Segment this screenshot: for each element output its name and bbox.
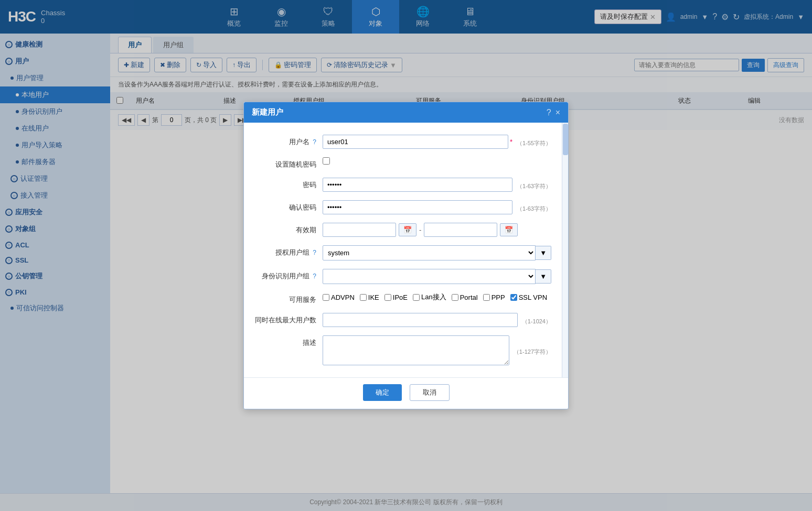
username-label: 用户名 ? <box>254 135 323 147</box>
ipoe-label: IPoE <box>393 293 408 301</box>
max-users-hint: （1-1024） <box>522 315 551 325</box>
id-group-help-icon[interactable]: ? <box>313 273 316 280</box>
random-pwd-row: 设置随机密码 <box>254 153 551 173</box>
validity-from-input[interactable] <box>323 223 396 237</box>
max-users-input[interactable] <box>323 313 518 327</box>
modal-help-icon[interactable]: ? <box>547 108 551 117</box>
username-input[interactable] <box>323 135 508 149</box>
max-users-label: 同时在线最大用户数 <box>254 313 323 325</box>
id-group-row: 身份识别用户组 ? ▼ <box>254 265 551 288</box>
portal-checkbox[interactable] <box>452 294 458 301</box>
confirm-pwd-label: 确认密码 <box>254 200 323 212</box>
lan-checkbox[interactable] <box>413 294 420 301</box>
username-row: 用户名 ? * （1-55字符） <box>254 131 551 153</box>
confirm-pwd-input[interactable] <box>323 200 512 214</box>
random-pwd-checkbox[interactable] <box>323 157 330 165</box>
password-input[interactable] <box>323 178 512 192</box>
sslvpn-label: SSL VPN <box>519 293 547 301</box>
modal-footer: 确定 取消 <box>244 377 568 409</box>
ppp-label: PPP <box>492 293 505 301</box>
service-advpn[interactable]: ADVPN <box>323 293 355 301</box>
desc-textarea[interactable] <box>323 335 509 365</box>
validity-to-input[interactable] <box>424 223 497 237</box>
ppp-checkbox[interactable] <box>483 294 490 301</box>
services-row: 可用服务 ADVPN IKE <box>254 288 551 309</box>
ipoe-checkbox[interactable] <box>384 294 391 301</box>
portal-label: Portal <box>460 293 478 301</box>
auth-group-control: system ▼ <box>323 245 551 260</box>
password-hint: （1-63字符） <box>517 180 551 190</box>
cancel-btn[interactable]: 取消 <box>410 384 450 401</box>
advpn-label: ADVPN <box>331 293 355 301</box>
services-list: ADVPN IKE IPoE <box>323 292 551 302</box>
validity-label: 有效期 <box>254 223 323 235</box>
sslvpn-checkbox[interactable] <box>510 294 517 301</box>
advpn-checkbox[interactable] <box>323 294 329 301</box>
modal-body-wrapper: 用户名 ? * （1-55字符） 设置随机密码 <box>244 123 568 377</box>
services-control: ADVPN IKE IPoE <box>323 292 551 302</box>
id-group-arrow-btn[interactable]: ▼ <box>536 269 551 284</box>
auth-group-arrow-btn[interactable]: ▼ <box>536 246 551 260</box>
random-pwd-control <box>323 157 551 166</box>
password-label: 密码 <box>254 178 323 190</box>
services-label: 可用服务 <box>254 292 323 305</box>
id-group-control: ▼ <box>323 269 551 284</box>
id-group-label: 身份识别用户组 ? <box>254 269 323 281</box>
scrollbar-thumb[interactable] <box>563 124 568 155</box>
modal-header: 新建用户 ? × <box>244 102 568 123</box>
auth-group-select[interactable]: system <box>323 245 536 260</box>
date-sep: - <box>419 226 421 234</box>
confirm-btn[interactable]: 确定 <box>363 384 402 401</box>
confirm-pwd-control: （1-63字符） <box>323 200 551 214</box>
confirm-pwd-hint: （1-63字符） <box>517 202 551 213</box>
modal-scrollbar[interactable] <box>562 123 568 377</box>
desc-row: 描述 （1-127字符） <box>254 331 551 369</box>
auth-group-row: 授权用户组 ? system ▼ <box>254 241 551 265</box>
auth-group-label: 授权用户组 ? <box>254 245 323 257</box>
service-ike[interactable]: IKE <box>360 293 379 301</box>
service-sslvpn[interactable]: SSL VPN <box>510 293 547 301</box>
username-control: * （1-55字符） <box>323 135 551 149</box>
modal-body: 用户名 ? * （1-55字符） 设置随机密码 <box>244 123 568 377</box>
auth-group-help-icon[interactable]: ? <box>313 249 316 256</box>
password-row: 密码 （1-63字符） <box>254 173 551 196</box>
username-help-icon[interactable]: ? <box>313 138 316 146</box>
desc-label: 描述 <box>254 335 323 347</box>
new-user-modal: 新建用户 ? × 用户名 ? * <box>243 102 569 409</box>
random-pwd-label: 设置随机密码 <box>254 157 323 169</box>
service-ipoe[interactable]: IPoE <box>384 293 408 301</box>
validity-control: 📅 - 📅 <box>323 223 551 237</box>
validity-to-cal-btn[interactable]: 📅 <box>500 223 518 236</box>
modal-title: 新建用户 <box>252 107 283 117</box>
service-lan[interactable]: Lan接入 <box>413 292 446 302</box>
modal-close-icon[interactable]: × <box>555 108 560 117</box>
validity-from-cal-btn[interactable]: 📅 <box>399 223 416 236</box>
modal-overlay: 新建用户 ? × 用户名 ? * <box>0 0 812 511</box>
max-users-control: （1-1024） <box>323 313 551 327</box>
service-ppp[interactable]: PPP <box>483 293 505 301</box>
id-group-select[interactable] <box>323 269 536 284</box>
desc-control: （1-127字符） <box>323 335 551 365</box>
lan-label: Lan接入 <box>421 292 446 302</box>
validity-row: 有效期 📅 - 📅 <box>254 219 551 241</box>
password-control: （1-63字符） <box>323 178 551 192</box>
username-hint: （1-55字符） <box>517 137 551 147</box>
ike-checkbox[interactable] <box>360 294 367 301</box>
max-users-row: 同时在线最大用户数 （1-1024） <box>254 309 551 331</box>
modal-header-icons: ? × <box>547 108 560 117</box>
confirm-pwd-row: 确认密码 （1-63字符） <box>254 196 551 219</box>
desc-hint: （1-127字符） <box>514 345 551 356</box>
username-required: * <box>510 138 512 146</box>
service-portal[interactable]: Portal <box>452 293 478 301</box>
ike-label: IKE <box>368 293 379 301</box>
